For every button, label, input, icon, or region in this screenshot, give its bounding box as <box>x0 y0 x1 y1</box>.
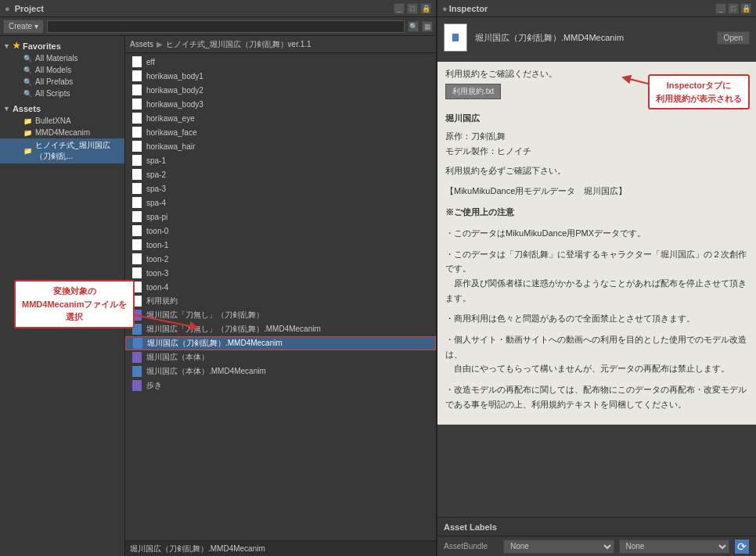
sidebar-tree: ▼ ★ Favorites 🔍 All Materials 🔍 All Mode… <box>0 36 125 556</box>
inspector-maximize-icon[interactable]: □ <box>728 3 739 14</box>
file-item-riyou[interactable]: 利用規約 <box>125 294 436 308</box>
file-icon-hbody3 <box>131 99 142 109</box>
file-item-eff[interactable]: eff <box>125 55 436 69</box>
file-list: eff horikawa_body1 horikawa_body2 horika… <box>125 53 436 540</box>
file-item-toon2[interactable]: toon-2 <box>125 252 436 266</box>
asset-bundle-dropdown2[interactable]: None <box>619 540 730 554</box>
search-icon[interactable]: 🔍 <box>408 21 419 32</box>
file-icon-toon0 <box>131 225 142 236</box>
sidebar-item-all-prefabs[interactable]: 🔍 All Prefabs <box>0 76 124 88</box>
file-name-eff: eff <box>146 58 155 66</box>
notice-item-2: ・このデータは「刀剣乱舞」に登場するキャラクター「堀川国広」の２次創作です。 原… <box>445 247 748 306</box>
sidebar-item-all-scripts[interactable]: 🔍 All Scripts <box>0 88 124 99</box>
file-item-hontai-mmd[interactable]: 堀川国広（本体）.MMD4Mecanim <box>125 364 436 378</box>
favorites-star-icon: ★ <box>13 41 20 51</box>
license-txt-button[interactable]: 利用規約.txt <box>445 84 501 99</box>
file-item-hface[interactable]: horikawa_face <box>125 125 436 139</box>
file-name-hface: horikawa_face <box>146 128 196 137</box>
file-name-spa3: spa-3 <box>146 185 166 193</box>
inspector-title: Inspector <box>449 4 488 13</box>
license-box: 利用規約をご確認ください。 利用規約.txt <box>437 62 756 106</box>
sidebar-item-bulletxna[interactable]: 📁 BulletXNA <box>0 115 124 127</box>
lock-icon[interactable]: 🔒 <box>420 3 431 14</box>
file-item-spapi[interactable]: spa-pi <box>125 210 436 224</box>
file-item-hbody1[interactable]: horikawa_body1 <box>125 69 436 83</box>
grid-icon[interactable]: ▦ <box>422 21 433 32</box>
inspector-lock-icon[interactable]: 🔒 <box>740 3 751 14</box>
file-item-hbody3[interactable]: horikawa_body3 <box>125 97 436 111</box>
file-name-hontai: 堀川国広（本体） <box>146 352 209 363</box>
file-icon-toon4 <box>131 282 142 292</box>
file-icon-heye <box>131 113 142 124</box>
file-item-toon3[interactable]: toon-3 <box>125 266 436 280</box>
sidebar-item-all-scripts-label: All Scripts <box>35 89 70 98</box>
file-item-toon1[interactable]: toon-1 <box>125 238 436 252</box>
file-icon-hontai-mmd <box>131 366 142 377</box>
search-small-icon2: 🔍 <box>23 66 32 74</box>
sidebar-item-mmd4mecanim[interactable]: 📁 MMD4Mecanim <box>0 127 124 138</box>
toolbar-row: Create ▾ 🔍 ▦ <box>0 17 436 36</box>
search-small-icon4: 🔍 <box>23 90 32 98</box>
sidebar-item-all-prefabs-label: All Prefabs <box>35 77 73 86</box>
file-item-heye[interactable]: horikawa_eye <box>125 111 436 125</box>
file-icon-katanashi <box>131 310 142 321</box>
file-item-spa2[interactable]: spa-2 <box>125 167 436 181</box>
sidebar-item-hinochi[interactable]: 📁 ヒノイチ式_堀川国広（刀剣乱... <box>0 138 124 163</box>
file-name-riyou: 利用規約 <box>146 296 178 307</box>
search-small-icon: 🔍 <box>23 55 32 63</box>
favorites-section[interactable]: ▼ ★ Favorites <box>0 39 124 52</box>
file-icon-selected <box>132 338 143 349</box>
inspector-header-icons: _ □ 🔒 <box>715 3 751 14</box>
maximize-icon[interactable]: □ <box>407 3 418 14</box>
file-item-aruki[interactable]: 歩き <box>125 378 436 393</box>
file-name-katanashi-mmd: 堀川国広「刀無し」（刀剣乱舞）.MMD4Mecanim <box>146 324 321 335</box>
file-icon-spa3 <box>131 183 142 194</box>
file-icon-hhair <box>131 141 142 152</box>
create-button[interactable]: Create ▾ <box>3 20 44 34</box>
file-item-hhair[interactable]: horikawa_hair <box>125 139 436 153</box>
inspector-minimize-icon[interactable]: _ <box>715 3 726 14</box>
inspector-scroll-area[interactable]: 利用規約をご確認ください。 利用規約.txt 堀川国広 原作：刀剣乱舞 モデル製… <box>437 57 756 517</box>
file-item-toon0[interactable]: toon-0 <box>125 224 436 238</box>
file-icon-spa1 <box>131 155 142 166</box>
file-icon-hbody1 <box>131 70 142 81</box>
file-icon-spapi <box>131 211 142 222</box>
file-item-katanashi-mmd[interactable]: 堀川国広「刀無し」（刀剣乱舞）.MMD4Mecanim <box>125 322 436 336</box>
status-bar: 堀川国広（刀剣乱舞）.MMD4Mecanim <box>125 540 436 556</box>
file-icon-toon2 <box>131 253 142 264</box>
file-icon-hontai <box>131 352 142 363</box>
asset-bundle-dropdown1[interactable]: None <box>503 540 614 554</box>
file-item-hbody2[interactable]: horikawa_body2 <box>125 83 436 97</box>
sidebar-item-all-materials-label: All Materials <box>35 54 77 63</box>
sidebar-item-all-models[interactable]: 🔍 All Models <box>0 64 124 76</box>
file-item-spa3[interactable]: spa-3 <box>125 181 436 195</box>
meta-line1: 原作：刀剣乱舞 <box>445 129 748 145</box>
file-item-spa1[interactable]: spa-1 <box>125 153 436 167</box>
file-item-toon4[interactable]: toon-4 <box>125 280 436 294</box>
file-icon-hface <box>131 127 142 138</box>
confirm-text: 利用規約を必ずご確認下さい。 <box>445 164 748 178</box>
file-name-heye: horikawa_eye <box>146 114 195 123</box>
file-name-toon0: toon-0 <box>146 227 168 235</box>
file-icon-toon3 <box>131 267 142 278</box>
meta-line2: モデル製作：ヒノイチ <box>445 144 748 160</box>
file-name-aruki: 歩き <box>146 380 162 391</box>
notice-item-1: ・このデータはMikuMikuDance用PMXデータです。 <box>445 226 748 241</box>
sidebar-item-all-materials[interactable]: 🔍 All Materials <box>0 52 124 64</box>
minimize-icon[interactable]: _ <box>394 3 405 14</box>
license-prompt: 利用規約をご確認ください。 <box>445 68 748 80</box>
open-button[interactable]: Open <box>717 31 750 45</box>
assets-section[interactable]: ▼ Assets <box>0 102 124 115</box>
file-item-katanashi[interactable]: 堀川国広「刀無し」（刀剣乱舞） <box>125 308 436 322</box>
file-name-hhair: horikawa_hair <box>146 142 195 151</box>
file-item-spa4[interactable]: spa-4 <box>125 195 436 210</box>
file-item-selected[interactable]: 堀川国広（刀剣乱舞）.MMD4Mecanim <box>125 336 436 350</box>
file-item-hontai[interactable]: 堀川国広（本体） <box>125 350 436 364</box>
asset-bundle-icon[interactable]: ⟳ <box>734 539 750 554</box>
notice-item-5: ・改造モデルの再配布に関しては、配布物にこのデータの再配布・改変モデルである事を… <box>445 382 748 411</box>
breadcrumb-folder[interactable]: ヒノイチ式_堀川国広（刀剣乱舞）ver.1.1 <box>166 39 311 50</box>
breadcrumb-sep1: ▶ <box>157 40 163 48</box>
file-name-katanashi: 堀川国広「刀無し」（刀剣乱舞） <box>146 310 264 321</box>
breadcrumb-assets[interactable]: Assets <box>130 40 153 48</box>
search-input[interactable] <box>47 20 405 33</box>
